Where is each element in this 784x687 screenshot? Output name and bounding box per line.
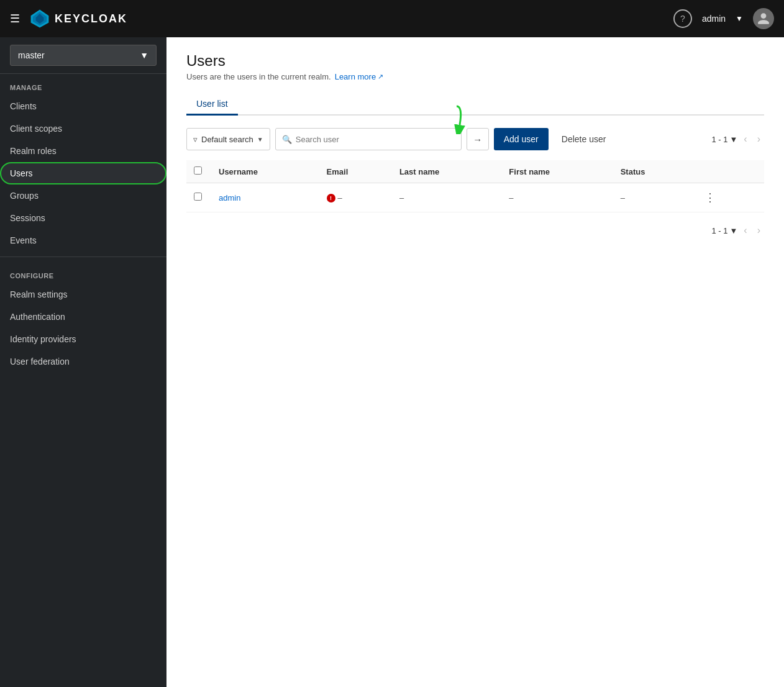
realm-name: master <box>18 50 45 60</box>
lastname-value: – <box>399 193 404 202</box>
col-status: Status <box>613 160 692 183</box>
bottom-pagination-range: 1 - 1 <box>711 226 727 235</box>
toolbar-container: ▿ Default search ▼ 🔍 → Add user Delete u… <box>186 128 764 150</box>
external-link-icon: ↗ <box>378 73 383 81</box>
select-all-header <box>186 160 211 183</box>
sidebar-item-groups[interactable]: Groups <box>0 184 166 207</box>
pagination-range: 1 - 1 <box>711 135 727 144</box>
search-arrow-icon: → <box>473 134 482 145</box>
bottom-pagination: 1 - 1 ▼ ‹ › <box>186 212 764 248</box>
sidebar-manage-section: Manage Clients Client scopes Realm roles… <box>0 74 166 252</box>
email-warning-icon: ! <box>327 194 335 202</box>
bottom-pagination-caret: ▼ <box>729 226 737 235</box>
page-subtitle: Users are the users in the current realm… <box>186 72 764 81</box>
sidebar-item-events[interactable]: Events <box>0 229 166 252</box>
add-user-button[interactable]: Add user <box>494 128 549 150</box>
page-title: Users <box>186 52 764 70</box>
bottom-next-page-button[interactable]: › <box>754 222 764 239</box>
tab-user-list[interactable]: User list <box>186 94 238 116</box>
filter-icon: ▿ <box>193 135 198 144</box>
table-body: admin ! – – – – <box>186 183 764 212</box>
col-email: Email <box>319 160 392 183</box>
search-submit-button[interactable]: → <box>467 128 489 150</box>
col-lastname: Last name <box>392 160 501 183</box>
toolbar: ▿ Default search ▼ 🔍 → Add user Delete u… <box>186 128 764 150</box>
realm-dropdown[interactable]: master ▼ <box>10 45 157 66</box>
row-kebab-menu-button[interactable]: ⋮ <box>700 189 721 206</box>
sidebar-divider <box>0 257 166 257</box>
row-email-cell: ! – <box>319 183 392 212</box>
avatar-icon <box>757 12 770 25</box>
prev-page-button[interactable]: ‹ <box>740 131 750 147</box>
row-status-cell: – <box>613 183 692 212</box>
realm-selector: master ▼ <box>0 37 166 74</box>
row-lastname-cell: – <box>392 183 501 212</box>
sidebar-item-realm-roles[interactable]: Realm roles <box>0 140 166 162</box>
avatar[interactable] <box>753 8 774 29</box>
col-firstname: First name <box>501 160 613 183</box>
search-input-wrap: 🔍 <box>275 128 462 150</box>
logo-text: KEYCLOAK <box>55 12 127 25</box>
search-icon: 🔍 <box>282 135 292 144</box>
search-filter-caret: ▼ <box>257 136 263 143</box>
pagination-caret: ▼ <box>729 135 737 144</box>
sidebar-item-sessions[interactable]: Sessions <box>0 207 166 229</box>
row-username-cell: admin <box>211 183 319 212</box>
sidebar-configure-label: Configure <box>0 262 166 283</box>
sidebar-item-user-federation[interactable]: User federation <box>0 350 166 373</box>
firstname-value: – <box>509 193 513 202</box>
status-value: – <box>621 193 625 202</box>
pagination-wrap: 1 - 1 ▼ ‹ › <box>711 131 764 147</box>
search-input[interactable] <box>296 135 455 144</box>
sidebar-item-identity-providers[interactable]: Identity providers <box>0 328 166 350</box>
top-navigation: ☰ KEYCLOAK ? admin ▼ <box>0 0 784 37</box>
learn-more-text: Learn more <box>335 72 376 81</box>
sidebar-item-authentication[interactable]: Authentication <box>0 306 166 328</box>
table-header-row: Username Email Last name First name Stat… <box>186 160 764 183</box>
layout-body: master ▼ Manage Clients Client scopes Re… <box>0 37 784 687</box>
keycloak-logo-icon <box>30 9 50 29</box>
default-search-label: Default search <box>201 135 253 144</box>
col-username: Username <box>211 160 319 183</box>
pagination-info: 1 - 1 ▼ <box>711 135 737 144</box>
bottom-pagination-info: 1 - 1 ▼ <box>711 226 737 235</box>
sidebar-manage-label: Manage <box>0 74 166 95</box>
username-link[interactable]: admin <box>219 193 240 202</box>
row-actions-cell: ⋮ <box>692 183 764 212</box>
logo-area: KEYCLOAK <box>30 9 673 29</box>
admin-label: admin <box>702 14 726 24</box>
col-actions <box>692 160 764 183</box>
row-checkbox[interactable] <box>194 193 202 201</box>
bottom-prev-page-button[interactable]: ‹ <box>740 222 750 239</box>
page-subtitle-text: Users are the users in the current realm… <box>186 72 331 81</box>
realm-dropdown-caret: ▼ <box>140 50 148 60</box>
hamburger-icon[interactable]: ☰ <box>10 12 20 25</box>
admin-dropdown-caret[interactable]: ▼ <box>736 14 743 23</box>
sidebar-item-realm-settings[interactable]: Realm settings <box>0 283 166 306</box>
default-search-button[interactable]: ▿ Default search ▼ <box>186 128 270 150</box>
nav-right: ? admin ▼ <box>673 8 774 29</box>
sidebar-configure-section: Configure Realm settings Authentication … <box>0 262 166 373</box>
tabs-bar: User list <box>186 94 764 116</box>
email-value: – <box>338 193 342 202</box>
sidebar-item-client-scopes[interactable]: Client scopes <box>0 117 166 140</box>
users-table: Username Email Last name First name Stat… <box>186 160 764 212</box>
sidebar: master ▼ Manage Clients Client scopes Re… <box>0 37 166 687</box>
email-warning: ! – <box>327 193 342 202</box>
main-content: Users Users are the users in the current… <box>166 37 784 687</box>
next-page-button[interactable]: › <box>754 131 764 147</box>
select-all-checkbox[interactable] <box>194 166 202 175</box>
sidebar-item-users[interactable]: Users <box>0 162 166 184</box>
table-header: Username Email Last name First name Stat… <box>186 160 764 183</box>
help-icon[interactable]: ? <box>673 9 692 28</box>
table-row: admin ! – – – – <box>186 183 764 212</box>
row-firstname-cell: – <box>501 183 613 212</box>
row-checkbox-cell <box>186 183 211 212</box>
learn-more-link[interactable]: Learn more ↗ <box>335 72 383 81</box>
sidebar-item-clients[interactable]: Clients <box>0 95 166 117</box>
delete-user-button[interactable]: Delete user <box>554 128 614 150</box>
